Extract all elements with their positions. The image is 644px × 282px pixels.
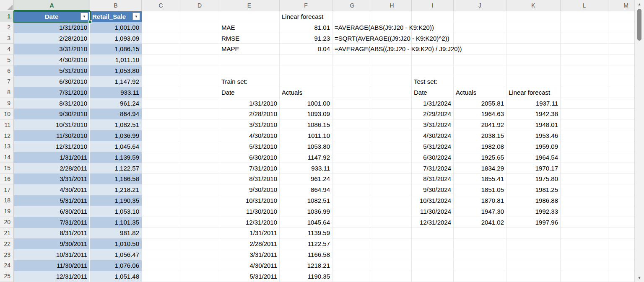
cell-K16[interactable]: 1975.80	[506, 173, 561, 184]
cell-G1[interactable]	[332, 11, 372, 22]
cell-K4[interactable]	[506, 44, 561, 54]
cell-A15[interactable]: 2/28/2011	[14, 163, 90, 174]
cell-J24[interactable]	[454, 260, 506, 271]
cell-I17[interactable]: 9/30/2024	[412, 184, 454, 195]
cell-L3[interactable]	[561, 33, 608, 44]
cell-G3[interactable]: =SQRT(AVERAGE((J9:J20 - K9:K20)^2))	[332, 33, 372, 44]
cell-C14[interactable]	[142, 152, 180, 163]
cell-I20[interactable]: 12/31/2024	[412, 217, 454, 228]
cell-E9[interactable]: 1/31/2010	[219, 98, 280, 109]
cell-E25[interactable]: 5/31/2011	[219, 271, 280, 282]
cell-F21[interactable]: 1139.59	[280, 228, 332, 239]
cell-A3[interactable]: 2/28/2010	[14, 33, 90, 44]
cell-I13[interactable]: 5/31/2024	[412, 141, 454, 152]
cell-F8[interactable]: Actuals	[280, 87, 332, 98]
column-header-F[interactable]: F	[280, 0, 332, 11]
cell-D10[interactable]	[180, 109, 219, 119]
cell-B22[interactable]: 1,010.50	[90, 238, 142, 249]
cell-H21[interactable]	[372, 228, 412, 239]
cell-K6[interactable]	[506, 65, 561, 76]
cell-A16[interactable]: 3/31/2011	[14, 173, 90, 184]
cell-A4[interactable]: 3/31/2010	[14, 44, 90, 54]
cell-C6[interactable]	[142, 65, 180, 76]
cell-B5[interactable]: 1,011.10	[90, 54, 142, 65]
cell-B1[interactable]: Retail_Sale▼	[90, 11, 142, 22]
cell-D14[interactable]	[180, 152, 219, 163]
cell-K7[interactable]	[506, 76, 561, 87]
cell-A8[interactable]: 7/31/2010	[14, 87, 90, 98]
cell-G8[interactable]	[332, 87, 372, 98]
cell-L16[interactable]	[561, 173, 608, 184]
cell-H6[interactable]	[372, 65, 412, 76]
cell-H5[interactable]	[372, 54, 412, 65]
cell-C5[interactable]	[142, 54, 180, 65]
cell-I21[interactable]	[412, 228, 454, 239]
cell-F13[interactable]: 1053.80	[280, 141, 332, 152]
cell-A14[interactable]: 1/31/2011	[14, 152, 90, 163]
cell-F15[interactable]: 933.11	[280, 163, 332, 174]
cell-D17[interactable]	[180, 184, 219, 195]
cell-C3[interactable]	[142, 33, 180, 44]
cell-G25[interactable]	[332, 271, 372, 282]
cell-L13[interactable]	[561, 141, 608, 152]
column-header-E[interactable]: E	[219, 0, 280, 11]
cell-K21[interactable]	[506, 228, 561, 239]
row-header-7[interactable]: 7	[0, 76, 14, 87]
cell-C15[interactable]	[142, 163, 180, 174]
fill-handle[interactable]	[88, 20, 92, 23]
cell-K12[interactable]: 1953.46	[506, 130, 561, 141]
cell-H24[interactable]	[372, 260, 412, 271]
cell-B18[interactable]: 1,190.35	[90, 195, 142, 206]
cell-J21[interactable]	[454, 228, 506, 239]
cell-H2[interactable]	[372, 22, 412, 33]
row-header-14[interactable]: 14	[0, 152, 14, 163]
cell-B11[interactable]: 1,082.51	[90, 119, 142, 130]
cell-D1[interactable]	[180, 11, 219, 22]
cell-B21[interactable]: 981.82	[90, 228, 142, 239]
row-header-21[interactable]: 21	[0, 228, 14, 239]
cell-F4[interactable]: 0.04	[280, 44, 332, 54]
cell-J5[interactable]	[454, 54, 506, 65]
scroll-up-icon[interactable]: ▲	[635, 1, 644, 7]
cell-G19[interactable]	[332, 206, 372, 217]
cell-I5[interactable]	[412, 54, 454, 65]
cell-E2[interactable]: MAE	[219, 22, 280, 33]
cell-J2[interactable]	[454, 22, 506, 33]
cell-E16[interactable]: 8/31/2010	[219, 173, 280, 184]
cell-C23[interactable]	[142, 249, 180, 260]
cell-C21[interactable]	[142, 228, 180, 239]
cell-A5[interactable]: 4/30/2010	[14, 54, 90, 65]
cell-K14[interactable]: 1964.54	[506, 152, 561, 163]
cell-E5[interactable]	[219, 54, 280, 65]
cell-C11[interactable]	[142, 119, 180, 130]
cell-L8[interactable]	[561, 87, 608, 98]
cell-G24[interactable]	[332, 260, 372, 271]
cell-H17[interactable]	[372, 184, 412, 195]
cell-J17[interactable]: 1851.05	[454, 184, 506, 195]
cell-H13[interactable]	[372, 141, 412, 152]
cell-G22[interactable]	[332, 238, 372, 249]
cell-A11[interactable]: 10/31/2010	[14, 119, 90, 130]
cell-L7[interactable]	[561, 76, 608, 87]
row-header-17[interactable]: 17	[0, 184, 14, 195]
cell-E17[interactable]: 9/30/2010	[219, 184, 280, 195]
cell-K9[interactable]: 1937.11	[506, 98, 561, 109]
cell-L11[interactable]	[561, 119, 608, 130]
cell-A7[interactable]: 6/30/2010	[14, 76, 90, 87]
cell-E6[interactable]	[219, 65, 280, 76]
row-header-2[interactable]: 2	[0, 22, 14, 33]
cell-E19[interactable]: 11/30/2010	[219, 206, 280, 217]
cell-D7[interactable]	[180, 76, 219, 87]
cell-H23[interactable]	[372, 249, 412, 260]
cell-J8[interactable]: Actuals	[454, 87, 506, 98]
cell-E21[interactable]: 1/31/2011	[219, 228, 280, 239]
cell-I1[interactable]	[412, 11, 454, 22]
cell-B23[interactable]: 1,056.47	[90, 249, 142, 260]
row-header-18[interactable]: 18	[0, 195, 14, 206]
cell-B14[interactable]: 1,139.59	[90, 152, 142, 163]
cell-I15[interactable]: 7/31/2024	[412, 163, 454, 174]
cell-K24[interactable]	[506, 260, 561, 271]
cell-A2[interactable]: 1/31/2010	[14, 22, 90, 33]
filter-button-A1[interactable]: ▼	[80, 13, 88, 20]
cell-D20[interactable]	[180, 217, 219, 228]
